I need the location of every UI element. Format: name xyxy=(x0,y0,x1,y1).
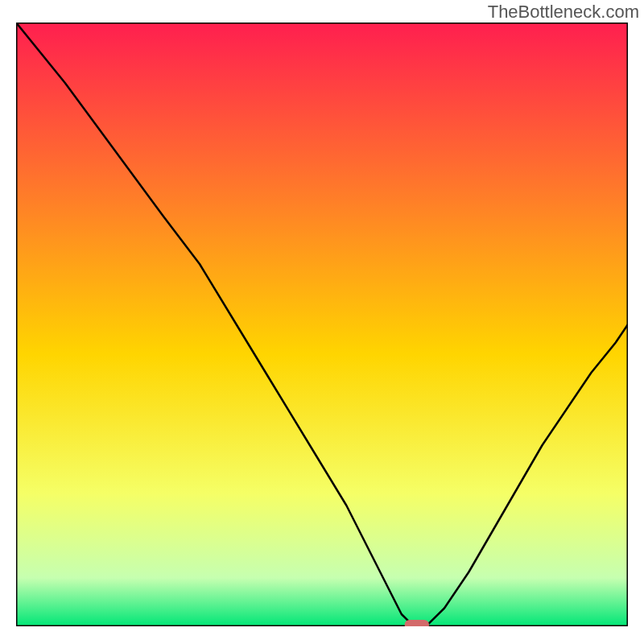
gradient-background xyxy=(16,23,628,626)
chart-container: TheBottleneck.com xyxy=(0,0,644,644)
optimal-marker xyxy=(405,620,429,626)
plot-area xyxy=(16,23,628,626)
chart-svg xyxy=(16,23,628,626)
watermark-text: TheBottleneck.com xyxy=(488,2,639,23)
